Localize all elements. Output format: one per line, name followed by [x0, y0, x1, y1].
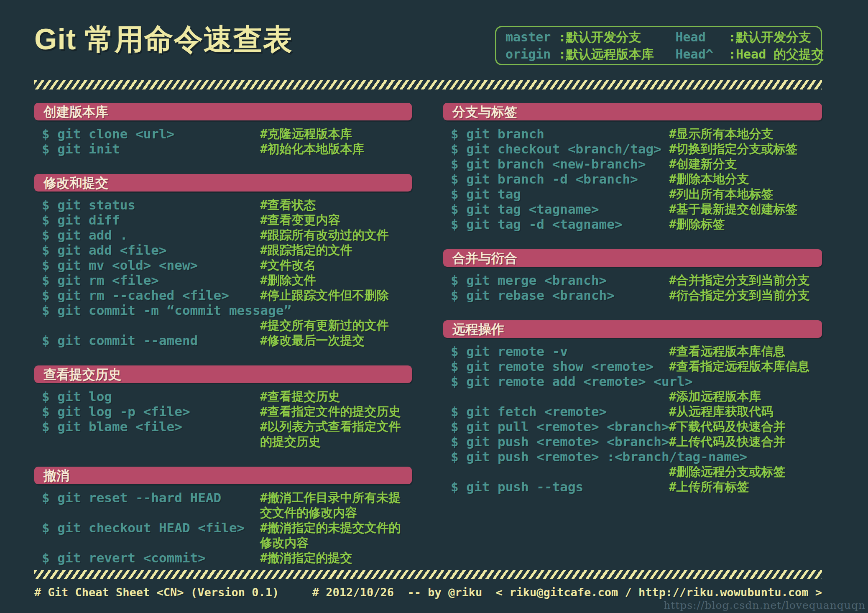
comment-text: #查看远程版本库信息	[669, 344, 822, 359]
footer-area: # Git Cheat Sheet <CN> (Version 0.1) # 2…	[34, 570, 822, 599]
command-text: $ git add .	[42, 227, 260, 243]
section-rows: $ git log#查看提交历史$ git log -p <file>#查看指定…	[34, 389, 412, 449]
section-right-1: 合并与衍合$ git merge <branch>#合并指定分支到当前分支$ g…	[443, 249, 822, 303]
footer-line: # Git Cheat Sheet <CN> (Version 0.1) # 2…	[34, 586, 822, 599]
command-text: $ git merge <branch>	[451, 273, 669, 288]
comment-text: #删除本地分支	[669, 171, 822, 186]
command-row: $ git reset --hard HEAD#撤消工作目录中所有未提交文件的修…	[42, 490, 412, 520]
command-text: $ git commit --amend	[42, 333, 260, 348]
legend-item: origin:默认远程版本库	[505, 46, 654, 63]
section-header: 撤消	[34, 467, 412, 484]
comment-text: #查看变更内容	[260, 212, 412, 227]
command-text	[42, 318, 260, 333]
command-row: $ git remote show <remote>#查看指定远程版本库信息	[451, 359, 822, 374]
command-text: $ git revert <commit>	[42, 550, 260, 565]
section-left-3: 撤消$ git reset --hard HEAD#撤消工作目录中所有未提交文件…	[34, 467, 412, 565]
footer-left-text: # Git Cheat Sheet <CN> (Version 0.1)	[34, 586, 279, 599]
command-row: $ git log -p <file>#查看指定文件的提交历史	[42, 404, 412, 419]
section-rows: $ git merge <branch>#合并指定分支到当前分支$ git re…	[443, 273, 822, 303]
section-right-0: 分支与标签$ git branch#显示所有本地分支$ git checkout…	[443, 103, 822, 232]
command-row: $ git clone <url>#克隆远程版本库	[42, 126, 412, 141]
sections-area: 创建版本库$ git clone <url>#克隆远程版本库$ git init…	[34, 103, 822, 583]
section-rows: $ git branch#显示所有本地分支$ git checkout <bra…	[443, 126, 822, 232]
command-text: $ git log -p <file>	[42, 404, 260, 419]
comment-text: #查看指定远程版本库信息	[669, 359, 822, 374]
command-text: $ git tag	[451, 186, 669, 202]
section-header: 分支与标签	[443, 103, 822, 120]
command-row: $ git rm <file>#删除文件	[42, 273, 412, 288]
command-text: $ git branch <new-branch>	[451, 156, 669, 171]
legend-grid: master:默认开发分支origin:默认远程版本库Head:默认开发分支He…	[505, 28, 812, 63]
command-row: $ git add .#跟踪所有改动过的文件	[42, 227, 412, 243]
command-text: $ git remote add <remote> <url>	[451, 374, 669, 389]
command-row: $ git init#初始化本地版本库	[42, 141, 412, 156]
command-text	[451, 464, 669, 479]
command-row: $ git tag <tagname>#基于最新提交创建标签	[451, 202, 822, 217]
section-rows: $ git clone <url>#克隆远程版本库$ git init#初始化本…	[34, 126, 412, 156]
comment-text: #创建新分支	[669, 156, 822, 171]
comment-text: #克隆远程版本库	[260, 126, 412, 141]
command-text: $ git tag -d <tagname>	[451, 217, 669, 232]
comment-text: #查看提交历史	[260, 389, 412, 404]
legend-term: Head	[675, 28, 728, 46]
command-text: $ git blame <file>	[42, 419, 260, 449]
command-text: $ git clone <url>	[42, 126, 260, 141]
command-text: $ git rebase <branch>	[451, 288, 669, 303]
command-text: $ git checkout HEAD <file>	[42, 520, 260, 550]
command-text: $ git status	[42, 197, 260, 212]
comment-text: #切换到指定分支或标签	[669, 141, 822, 156]
comment-text: #从远程库获取代码	[669, 404, 822, 419]
command-text: $ git rm --cached <file>	[42, 288, 260, 303]
command-row: $ git commit --amend#修改最后一次提交	[42, 333, 412, 348]
command-text: $ git add <file>	[42, 243, 260, 258]
command-row: $ git branch <new-branch>#创建新分支	[451, 156, 822, 171]
command-row: $ git remote -v#查看远程版本库信息	[451, 344, 822, 359]
section-left-2: 查看提交历史$ git log#查看提交历史$ git log -p <file…	[34, 365, 412, 449]
section-rows: $ git remote -v#查看远程版本库信息$ git remote sh…	[443, 344, 822, 494]
divider-bottom	[34, 570, 822, 579]
comment-text: #删除文件	[260, 273, 412, 288]
command-row: $ git revert <commit>#撤消指定的提交	[42, 550, 412, 565]
comment-text: #查看状态	[260, 197, 412, 212]
comment-text: #删除远程分支或标签	[669, 464, 822, 479]
command-row: $ git pull <remote> <branch>#下载代码及快速合并	[451, 419, 822, 434]
divider-top	[34, 80, 822, 89]
legend-item: Head^:Head 的父提交	[675, 46, 824, 63]
command-row: #添加远程版本库	[451, 389, 822, 404]
command-text: $ git push <remote> :<branch/tag-name>	[451, 449, 669, 464]
command-text: $ git branch -d <branch>	[451, 171, 669, 186]
legend-desc: :默认开发分支	[558, 30, 641, 44]
comment-text: #查看指定文件的提交历史	[260, 404, 412, 419]
command-text: $ git log	[42, 389, 260, 404]
comment-text: #撤消指定的未提交文件的修改内容	[260, 520, 412, 550]
section-rows: $ git status#查看状态$ git diff#查看变更内容$ git …	[34, 197, 412, 348]
section-header: 创建版本库	[34, 103, 412, 120]
comment-text: #文件改名	[260, 258, 412, 273]
comment-text: #跟踪指定的文件	[260, 243, 412, 258]
command-text: $ git mv <old> <new>	[42, 258, 260, 273]
section-header: 查看提交历史	[34, 365, 412, 383]
page-title: Git 常用命令速查表	[34, 18, 293, 60]
command-row: $ git fetch <remote>#从远程库获取代码	[451, 404, 822, 419]
comment-text	[260, 303, 412, 318]
watermark-text: https://blog.csdn.net/lovequanquqn	[664, 599, 865, 611]
command-row: $ git branch#显示所有本地分支	[451, 126, 822, 141]
command-text: $ git rm <file>	[42, 273, 260, 288]
comment-text: #修改最后一次提交	[260, 333, 412, 348]
command-text: $ git init	[42, 141, 260, 156]
command-row: $ git branch -d <branch>#删除本地分支	[451, 171, 822, 186]
comment-text: #删除标签	[669, 217, 822, 232]
section-right-2: 远程操作$ git remote -v#查看远程版本库信息$ git remot…	[443, 320, 822, 494]
section-header: 修改和提交	[34, 174, 412, 192]
command-row: #提交所有更新过的文件	[42, 318, 412, 333]
command-text: $ git diff	[42, 212, 260, 227]
comment-text: #添加远程版本库	[669, 389, 822, 404]
command-row: $ git mv <old> <new>#文件改名	[42, 258, 412, 273]
command-text: $ git push <remote> <branch>	[451, 434, 669, 449]
section-header: 合并与衍合	[443, 249, 822, 267]
comment-text: #基于最新提交创建标签	[669, 202, 822, 217]
section-left-0: 创建版本库$ git clone <url>#克隆远程版本库$ git init…	[34, 103, 412, 156]
command-text: $ git fetch <remote>	[451, 404, 669, 419]
legend-term: Head^	[675, 46, 728, 63]
footer-right-text: # 2012/10/26 -- by @riku < riku@gitcafe.…	[312, 586, 822, 599]
